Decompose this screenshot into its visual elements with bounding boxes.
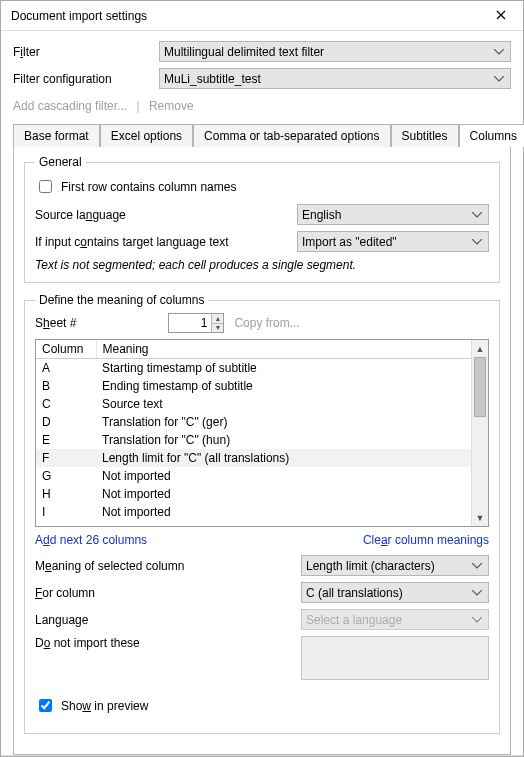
scroll-down-icon[interactable]: ▼ [472, 509, 488, 526]
table-row[interactable]: CSource text [36, 395, 471, 413]
copy-from-link: Copy from... [234, 316, 299, 330]
cell-column: H [36, 485, 96, 503]
dialog-content: Filter Multilingual delimited text filte… [1, 31, 523, 755]
do-not-import-area [301, 636, 489, 680]
window-title: Document import settings [11, 9, 147, 23]
grid-header-column[interactable]: Column [36, 340, 96, 359]
cell-column: F [36, 449, 96, 467]
table-row[interactable]: INot imported [36, 503, 471, 521]
if-input-combo[interactable]: Import as "edited" [297, 231, 489, 252]
cell-column: I [36, 503, 96, 521]
group-define-columns: Define the meaning of columns Sheet # ▲ … [24, 293, 500, 734]
for-column-label: For column [35, 586, 301, 600]
table-row[interactable]: BEnding timestamp of subtitle [36, 377, 471, 395]
add-columns-link[interactable]: Add next 26 columns [35, 533, 147, 547]
sheet-label: Sheet # [35, 316, 76, 330]
clear-meanings-link[interactable]: Clear column meanings [363, 533, 489, 547]
cell-meaning: Starting timestamp of subtitle [96, 359, 471, 378]
tab-excel-options[interactable]: Excel options [100, 124, 193, 147]
cell-column: C [36, 395, 96, 413]
grid-scrollbar[interactable]: ▲ ▼ [471, 340, 488, 526]
meaning-selected-combo[interactable]: Length limit (characters) [301, 555, 489, 576]
dialog-window: Document import settings Filter Multilin… [0, 0, 524, 757]
columns-grid[interactable]: Column Meaning AStarting timestamp of su… [35, 339, 489, 527]
language-label: Language [35, 613, 301, 627]
group-define-legend: Define the meaning of columns [35, 293, 208, 307]
show-preview-checkbox[interactable] [39, 699, 52, 712]
close-icon [496, 9, 506, 23]
filter-config-label: Filter configuration [13, 72, 159, 86]
group-general-legend: General [35, 155, 86, 169]
table-row[interactable]: HNot imported [36, 485, 471, 503]
tab-base-format[interactable]: Base format [13, 124, 100, 147]
scroll-thumb[interactable] [474, 357, 486, 417]
cell-column: E [36, 431, 96, 449]
tab-columns[interactable]: Columns [459, 124, 524, 147]
titlebar: Document import settings [1, 1, 523, 31]
tab-strip: Base format Excel options Comma or tab-s… [13, 123, 511, 146]
filter-config-combo[interactable]: MuLi_subtitle_test [159, 68, 511, 89]
cell-column: G [36, 467, 96, 485]
cell-meaning: Not imported [96, 485, 471, 503]
filter-combo[interactable]: Multilingual delimited text filter [159, 41, 511, 62]
sheet-input[interactable] [169, 314, 211, 332]
meaning-selected-label: Meaning of selected column [35, 559, 301, 573]
cell-column: B [36, 377, 96, 395]
sheet-up-icon[interactable]: ▲ [212, 314, 223, 324]
cell-meaning: Not imported [96, 503, 471, 521]
show-preview-row[interactable]: Show in preview [35, 696, 489, 715]
language-combo: Select a language [301, 609, 489, 630]
show-preview-label: Show in preview [61, 699, 148, 713]
do-not-import-label: Do not import these [35, 636, 301, 650]
first-row-checkbox-row[interactable]: First row contains column names [35, 177, 489, 196]
cell-meaning: Length limit for "C" (all translations) [96, 449, 471, 467]
segment-note: Text is not segmented; each cell produce… [35, 258, 489, 272]
sheet-down-icon[interactable]: ▼ [212, 324, 223, 333]
source-language-combo[interactable]: English [297, 204, 489, 225]
for-column-combo[interactable]: C (all translations) [301, 582, 489, 603]
cell-meaning: Translation for "C" (ger) [96, 413, 471, 431]
table-row[interactable]: DTranslation for "C" (ger) [36, 413, 471, 431]
add-cascading-filter-link: Add cascading filter... [13, 99, 127, 113]
filter-actions: Add cascading filter... | Remove [13, 99, 511, 113]
table-row[interactable]: ETranslation for "C" (hun) [36, 431, 471, 449]
close-button[interactable] [479, 1, 523, 30]
cell-meaning: Not imported [96, 467, 471, 485]
cell-meaning: Translation for "C" (hun) [96, 431, 471, 449]
remove-filter-link: Remove [149, 99, 194, 113]
grid-header-meaning[interactable]: Meaning [96, 340, 471, 359]
group-general: General First row contains column names … [24, 155, 500, 283]
cell-column: A [36, 359, 96, 378]
filter-label: Filter [13, 45, 159, 59]
sheet-spinner[interactable]: ▲ ▼ [168, 313, 224, 333]
if-input-label: If input contains target language text [35, 235, 297, 249]
first-row-label: First row contains column names [61, 180, 236, 194]
cell-column: D [36, 413, 96, 431]
cell-meaning: Ending timestamp of subtitle [96, 377, 471, 395]
table-row[interactable]: GNot imported [36, 467, 471, 485]
first-row-checkbox[interactable] [39, 180, 52, 193]
scroll-up-icon[interactable]: ▲ [472, 340, 488, 357]
table-row[interactable]: AStarting timestamp of subtitle [36, 359, 471, 378]
cell-meaning: Source text [96, 395, 471, 413]
tab-body-columns: General First row contains column names … [13, 146, 511, 755]
tab-subtitles[interactable]: Subtitles [391, 124, 459, 147]
table-row[interactable]: FLength limit for "C" (all translations) [36, 449, 471, 467]
source-language-label: Source language [35, 208, 297, 222]
tab-csv-options[interactable]: Comma or tab-separated options [193, 124, 390, 147]
